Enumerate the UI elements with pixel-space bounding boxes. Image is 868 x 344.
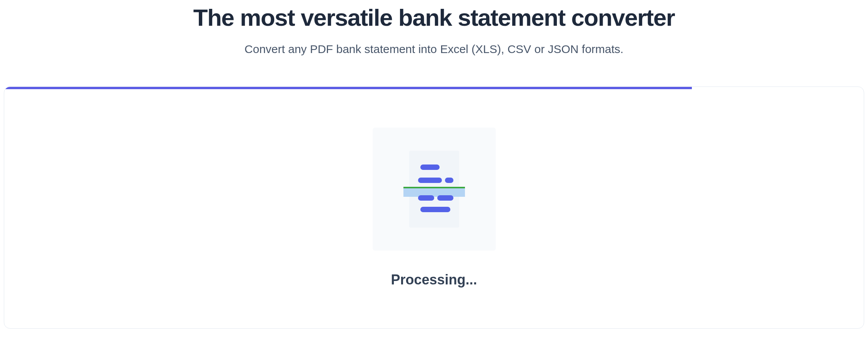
page-title: The most versatile bank statement conver… [4,4,864,31]
icon-container [373,128,496,251]
page-header: The most versatile bank statement conver… [4,0,864,86]
page-subtitle: Convert any PDF bank statement into Exce… [4,43,864,56]
progress-bar [4,87,692,89]
status-text: Processing... [391,272,477,288]
document-scan-icon [403,151,465,228]
processing-card: Processing... [4,86,864,329]
